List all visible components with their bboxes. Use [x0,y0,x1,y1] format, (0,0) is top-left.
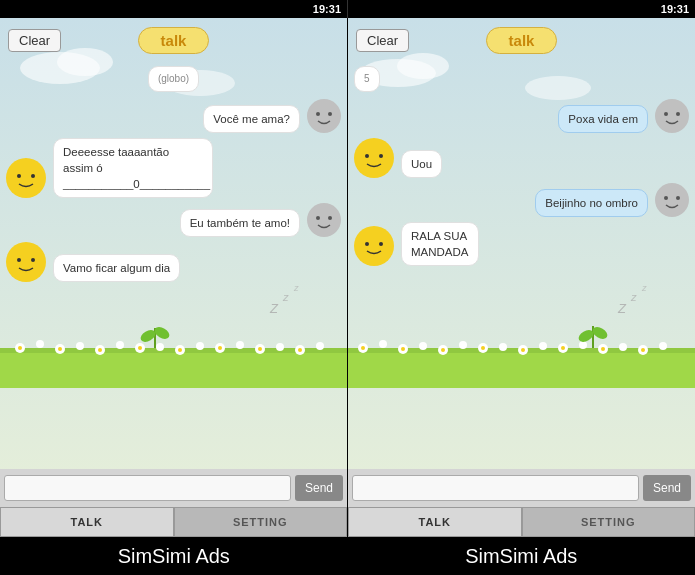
svg-point-94 [365,242,369,246]
bottom-nav-right: TALK SETTING [348,507,695,537]
svg-point-92 [676,196,680,200]
svg-point-45 [6,242,46,282]
svg-point-84 [655,99,689,133]
ads-bar: SimSimi Ads SimSimi Ads [0,537,695,575]
list-item: Eu também te amo! [180,209,300,237]
time-left: 19:31 [313,3,341,15]
panel-right-header: Clear talk [348,18,695,62]
svg-point-95 [379,242,383,246]
panels-container: Z z z Clear talk (globo) [0,18,695,537]
table-row: Deeeesse taaaantãoassim ó___________0___… [6,138,341,198]
list-item: Uou [401,150,442,178]
chat-input-right[interactable] [352,475,639,501]
svg-point-47 [31,258,35,262]
panel-right-inner: Clear talk 5 [348,18,695,537]
bottom-nav-left: TALK SETTING [0,507,347,537]
svg-point-41 [31,174,35,178]
list-item: Beijinho no ombro [535,189,648,217]
status-bar-left: 19:31 [0,0,347,18]
avatar-gray-r1-svg [655,99,689,133]
svg-point-46 [17,258,21,262]
table-row: Poxa vida em [354,99,689,133]
svg-point-91 [664,196,668,200]
avatar-gray-small [307,99,341,133]
avatar-yellow-r2 [354,226,394,266]
talk-nav-right[interactable]: TALK [348,507,522,537]
table-row: Vamo ficar algum dia [6,242,341,282]
input-area-right: Send [348,469,695,507]
send-button-left[interactable]: Send [295,475,343,501]
talk-nav-left[interactable]: TALK [0,507,174,537]
svg-point-36 [307,99,341,133]
avatar-gray-r2-svg [655,183,689,217]
svg-point-37 [316,112,320,116]
send-button-right[interactable]: Send [643,475,691,501]
talk-badge-right: talk [486,27,558,54]
svg-point-88 [365,154,369,158]
avatar-yellow-r2-svg [354,226,394,266]
panel-right: Z z z Clear talk 5 [348,18,695,537]
avatar-gray-2-svg [307,203,341,237]
avatar-gray-r1 [655,99,689,133]
ads-text-right: SimSimi Ads [465,545,577,568]
avatar-yellow-svg [6,158,46,198]
avatar-gray-svg [307,99,341,133]
list-item: Poxa vida em [558,105,648,133]
avatar-yellow-3-svg [6,242,46,282]
list-item: Deeeesse taaaantãoassim ó___________0___… [53,138,213,198]
ads-left: SimSimi Ads [0,537,348,575]
table-row: 5 [354,66,689,92]
ads-right: SimSimi Ads [348,537,696,575]
avatar-yellow-r1 [354,138,394,178]
messages-right: 5 Poxa vida em [354,64,689,266]
list-item: (globo) [148,66,199,92]
avatar-gray-2 [307,203,341,237]
svg-point-44 [328,216,332,220]
status-bar: 19:31 19:31 [0,0,695,18]
svg-point-42 [307,203,341,237]
avatar-yellow-r1-svg [354,138,394,178]
time-right: 19:31 [661,3,689,15]
svg-point-89 [379,154,383,158]
svg-point-40 [17,174,21,178]
avatar-yellow-3 [6,242,46,282]
svg-point-38 [328,112,332,116]
avatar-gray-r2 [655,183,689,217]
chat-scroll-left: (globo) [0,62,347,469]
list-item: 5 [354,66,380,92]
panel-left: Z z z Clear talk (globo) [0,18,347,537]
svg-point-43 [316,216,320,220]
svg-point-85 [664,112,668,116]
svg-point-39 [6,158,46,198]
panel-left-header: Clear talk [0,18,347,62]
svg-point-86 [676,112,680,116]
table-row: RALA SUAMANDADA [354,222,689,266]
status-bar-right: 19:31 [348,0,695,18]
list-item: Você me ama? [203,105,300,133]
table-row: (globo) [6,66,341,92]
setting-nav-left[interactable]: SETTING [174,507,348,537]
list-item: Vamo ficar algum dia [53,254,180,282]
talk-badge-left: talk [138,27,210,54]
table-row: Uou [354,138,689,178]
setting-nav-right[interactable]: SETTING [522,507,696,537]
chat-scroll-right: 5 Poxa vida em [348,62,695,469]
avatar-yellow-small [6,158,46,198]
list-item: RALA SUAMANDADA [401,222,479,266]
clear-button-right[interactable]: Clear [356,29,409,52]
table-row: Você me ama? [6,99,341,133]
svg-point-90 [655,183,689,217]
chat-input-left[interactable] [4,475,291,501]
input-area-left: Send [0,469,347,507]
table-row: Eu também te amo! [6,203,341,237]
panel-left-inner: Clear talk (globo) [0,18,347,537]
svg-point-93 [354,226,394,266]
table-row: Beijinho no ombro [354,183,689,217]
messages-left: (globo) [6,64,341,282]
clear-button-left[interactable]: Clear [8,29,61,52]
ads-text-left: SimSimi Ads [118,545,230,568]
svg-point-87 [354,138,394,178]
